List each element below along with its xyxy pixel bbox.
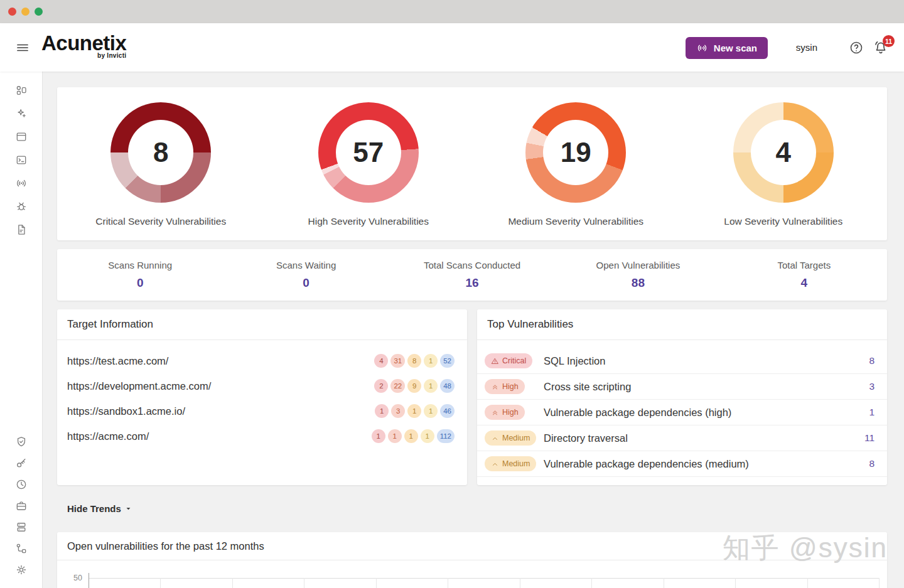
sidebar-item-schedule[interactable] [9, 478, 33, 491]
count-badge-low[interactable]: 1 [424, 379, 438, 393]
target-badges: 2229148 [374, 379, 455, 393]
menu-toggle-button[interactable] [14, 39, 34, 56]
vulnerability-name[interactable]: Cross site scripting [544, 381, 869, 393]
donut-chart[interactable]: 8 [110, 102, 211, 203]
stat-value[interactable]: 4 [721, 276, 887, 290]
severity-donut-3: 4Low Severity Vulnerabilities [680, 102, 888, 240]
count-badge-info[interactable]: 46 [440, 404, 455, 418]
target-row[interactable]: https://sandbox1.acme.io/131146 [57, 398, 467, 424]
app-logo: Acunetix by Invicti [41, 32, 126, 59]
hide-trends-label: Hide Trends [67, 503, 121, 514]
severity-pill-cell: Medium [485, 430, 535, 446]
new-scan-button[interactable]: New scan [686, 37, 768, 59]
chevron-up-icon [491, 460, 499, 468]
severity-pill-medium: Medium [485, 430, 536, 446]
vulnerability-row[interactable]: MediumVulnerable package dependencies (m… [477, 451, 887, 477]
sidebar-item-scan-activity[interactable] [9, 176, 33, 190]
vulnerability-name[interactable]: Vulnerable package dependencies (medium) [544, 458, 869, 470]
vulnerability-name[interactable]: Directory traversal [544, 432, 864, 444]
stat-label: Open Vulnerabilities [555, 260, 721, 270]
count-badge-low[interactable]: 1 [424, 404, 438, 418]
target-row[interactable]: https://development.acme.com/2229148 [57, 373, 467, 398]
vulnerability-count[interactable]: 3 [869, 381, 874, 392]
count-badge-high[interactable]: 22 [390, 379, 405, 393]
help-icon[interactable] [849, 40, 864, 55]
zoom-window-button[interactable] [35, 8, 43, 16]
donut-chart[interactable]: 19 [525, 102, 626, 203]
donut-chart[interactable]: 4 [733, 102, 834, 203]
target-url[interactable]: https://development.acme.com/ [67, 380, 374, 392]
target-url[interactable]: https://acme.com/ [67, 430, 372, 442]
sidebar-item-discovery[interactable] [9, 107, 33, 120]
vulnerability-count[interactable]: 8 [869, 458, 874, 469]
severity-pill-critical: Critical [485, 353, 532, 368]
top-vulnerabilities-card: Top Vulnerabilities CriticalSQL Injectio… [477, 309, 887, 485]
sidebar-item-credentials[interactable] [9, 456, 33, 470]
target-url[interactable]: https://sandbox1.acme.io/ [67, 405, 375, 417]
trend-chart-title: Open vulnerabilities for the past 12 mon… [67, 540, 264, 552]
count-badge-critical[interactable]: 1 [375, 404, 389, 418]
donut-label: Medium Severity Vulnerabilities [508, 216, 643, 227]
hide-trends-toggle[interactable]: Hide Trends [67, 503, 132, 514]
count-badge-info[interactable]: 48 [440, 379, 455, 393]
count-badge-high[interactable]: 31 [390, 354, 405, 368]
stat-value[interactable]: 0 [223, 276, 389, 290]
count-badge-low[interactable]: 1 [421, 429, 434, 443]
severity-pill-high: High [485, 379, 525, 394]
donut-value: 57 [353, 137, 384, 168]
stat-value[interactable]: 0 [57, 276, 223, 290]
sidebar-item-settings[interactable] [9, 563, 33, 577]
close-window-button[interactable] [8, 8, 16, 16]
shield-icon [15, 436, 28, 448]
vulnerability-name[interactable]: Vulnerable package dependencies (high) [544, 407, 869, 419]
sidebar-item-vulnerabilities[interactable] [9, 200, 33, 213]
vulnerability-count[interactable]: 8 [869, 355, 874, 366]
notifications-bell-icon[interactable]: 11 [873, 40, 889, 56]
minimize-window-button[interactable] [21, 8, 30, 16]
stats-card: Scans Running0Scans Waiting0Total Scans … [57, 249, 887, 301]
vulnerability-count[interactable]: 11 [864, 432, 874, 444]
gridline-vertical [448, 578, 448, 588]
target-row[interactable]: https://test.acme.com/4318152 [57, 348, 467, 373]
vulnerability-row[interactable]: HighCross site scripting3 [477, 374, 887, 400]
sidebar-item-security[interactable] [9, 435, 33, 449]
count-badge-low[interactable]: 1 [424, 354, 438, 368]
stat-value[interactable]: 16 [389, 276, 555, 290]
count-badge-medium[interactable]: 8 [407, 354, 421, 368]
count-badge-critical[interactable]: 1 [372, 429, 385, 443]
vulnerability-row[interactable]: CriticalSQL Injection8 [477, 348, 887, 374]
sidebar-item-integrations[interactable] [9, 542, 33, 555]
sidebar-item-scans[interactable] [9, 153, 33, 167]
vulnerability-row[interactable]: HighVulnerable package dependencies (hig… [477, 400, 887, 425]
vulnerability-count[interactable]: 1 [869, 407, 874, 418]
new-scan-label: New scan [714, 43, 757, 53]
sidebar [0, 72, 43, 588]
count-badge-critical[interactable]: 4 [374, 354, 388, 368]
count-badge-medium[interactable]: 1 [404, 429, 418, 443]
count-badge-info[interactable]: 52 [440, 354, 455, 368]
donut-chart[interactable]: 57 [318, 102, 419, 203]
key-icon [15, 457, 28, 469]
sidebar-item-dashboard[interactable] [9, 83, 33, 97]
count-badge-high[interactable]: 1 [388, 429, 402, 443]
donut-label: Low Severity Vulnerabilities [724, 216, 842, 227]
sidebar-item-agents[interactable] [9, 520, 33, 534]
sidebar-item-reports[interactable] [9, 223, 33, 237]
count-badge-medium[interactable]: 1 [407, 404, 421, 418]
target-url[interactable]: https://test.acme.com/ [67, 355, 374, 367]
sidebar-item-targets[interactable] [9, 130, 33, 144]
count-badge-high[interactable]: 3 [391, 404, 405, 418]
severity-donut-0: 8Critical Severity Vulnerabilities [57, 102, 265, 240]
vulnerability-row[interactable]: MediumDirectory traversal11 [477, 425, 887, 451]
vulnerability-name[interactable]: SQL Injection [544, 355, 869, 367]
count-badge-info[interactable]: 112 [437, 429, 455, 443]
count-badge-critical[interactable]: 2 [374, 379, 388, 393]
sidebar-item-archive[interactable] [9, 499, 33, 513]
stat-value[interactable]: 88 [555, 276, 721, 290]
user-menu[interactable]: sysin [796, 42, 817, 53]
count-badge-medium[interactable]: 9 [407, 379, 421, 393]
gear-icon [15, 564, 28, 576]
donut-value: 19 [561, 137, 591, 168]
gridline-vertical [664, 578, 664, 588]
target-row[interactable]: https://acme.com/1111112 [57, 424, 467, 449]
